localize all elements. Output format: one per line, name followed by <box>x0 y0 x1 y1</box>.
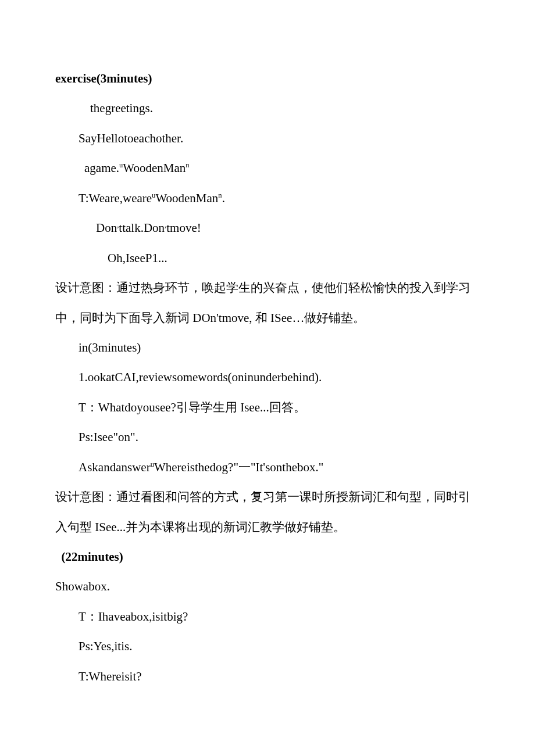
document-page: exercise(3minutes) thegreetings. SayHell… <box>0 0 535 756</box>
heading-22minutes: (22minutes) <box>55 542 480 572</box>
design-intent: 设计意图：通过看图和问答的方式，复习第一课时所授新词汇和句型，同时引入句型 IS… <box>55 482 480 542</box>
body-text: T：Whatdoyousee?引导学生用 Isee...回答。 <box>55 393 480 422</box>
heading-exercise: exercise(3minutes) <box>55 64 480 94</box>
body-text: T:Whereisit? <box>55 662 480 691</box>
body-text: T：Ihaveabox,isitbig? <box>55 602 480 632</box>
body-text: in(3minutes) <box>55 333 480 363</box>
body-text: Don,ttalk.Don,tmove! <box>55 213 480 243</box>
body-text: Ps:Yes,itis. <box>55 632 480 661</box>
body-text: 1.ookatCAI,reviewsomewords(oninunderbehi… <box>55 363 480 392</box>
body-text: thegreetings. <box>55 94 480 123</box>
body-text: Ps:Isee"on". <box>55 422 480 452</box>
body-text: Oh,IseeP1... <box>55 243 480 273</box>
design-intent: 设计意图：通过热身环节，唤起学生的兴奋点，使他们轻松愉快的投入到学习中，同时为下… <box>55 273 480 333</box>
body-text: AskandansweruWhereisthedog?"一"It'sontheb… <box>55 453 480 482</box>
body-text: agame.uWoodenMann <box>55 153 480 183</box>
body-text: SayHellotoeachother. <box>55 124 480 153</box>
body-text: Showabox. <box>55 572 480 601</box>
body-text: T:Weare,weareuWoodenMann. <box>55 184 480 213</box>
